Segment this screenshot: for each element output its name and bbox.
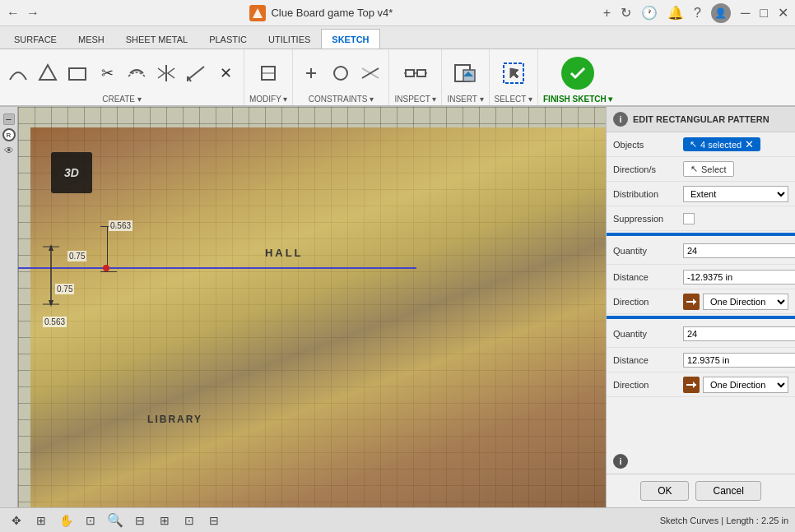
tab-sheet-metal[interactable]: SHEET METAL bbox=[115, 29, 198, 49]
cancel-button[interactable]: Cancel bbox=[695, 481, 760, 501]
tab-utilities[interactable]: UTILITIES bbox=[258, 29, 321, 49]
tool-grid[interactable]: ⊞ bbox=[31, 511, 51, 530]
clear-selection-btn[interactable]: ✕ bbox=[745, 139, 754, 150]
titlebar: ← → Clue Board game Top v4* + ↻ 🕐 🔔 ? 👤 … bbox=[0, 0, 795, 26]
logo-box: 3D bbox=[51, 152, 92, 193]
objects-selected-badge[interactable]: ↖ 4 selected ✕ bbox=[683, 137, 760, 151]
arc-tool[interactable] bbox=[5, 60, 31, 86]
rect-tool[interactable] bbox=[64, 60, 91, 86]
distance2-control bbox=[683, 353, 795, 368]
direction1-select[interactable]: One Direction Symmetric Two Directions bbox=[703, 294, 788, 310]
clock-icon: 🕐 bbox=[641, 5, 658, 21]
new-tab-btn[interactable]: + bbox=[603, 6, 611, 21]
panel-collapse-top[interactable]: ─ bbox=[3, 113, 15, 125]
ok-button[interactable]: OK bbox=[640, 481, 689, 501]
tab-plastic[interactable]: PLASTIC bbox=[198, 29, 258, 49]
tool-move[interactable]: ✥ bbox=[7, 511, 26, 530]
finish-sketch-btn[interactable] bbox=[561, 57, 594, 90]
svg-line-4 bbox=[188, 67, 204, 80]
svg-point-11 bbox=[334, 67, 347, 80]
tool-view2[interactable]: ⊞ bbox=[155, 511, 174, 530]
direction-select-btn[interactable]: ↖ Select bbox=[683, 161, 734, 177]
distance1-row: Distance bbox=[607, 265, 795, 289]
distance2-input[interactable] bbox=[683, 353, 795, 368]
dim-text-0563b: 0.563 bbox=[43, 317, 67, 327]
tab-mesh[interactable]: MESH bbox=[67, 29, 115, 49]
objects-control: ↖ 4 selected ✕ bbox=[683, 137, 788, 151]
suppression-row: Suppression bbox=[607, 206, 795, 231]
nav-forward[interactable]: → bbox=[26, 6, 40, 21]
horizontal-line bbox=[18, 267, 416, 269]
ribbon-group-modify: MODIFY ▾ bbox=[244, 49, 293, 105]
modify-icon1[interactable] bbox=[255, 60, 281, 86]
tab-surface[interactable]: SURFACE bbox=[3, 29, 67, 49]
inspect-icon[interactable] bbox=[402, 60, 429, 86]
scissors-tool[interactable]: ✂ bbox=[94, 60, 120, 86]
left-panel: ─ R 👁 bbox=[0, 107, 18, 507]
constraint-icon1[interactable] bbox=[298, 60, 324, 86]
triangle-tool[interactable] bbox=[35, 60, 61, 86]
quantity2-spinner: ▲ ▼ bbox=[683, 324, 795, 344]
distribution-control: Extent Spacing bbox=[683, 186, 788, 202]
cross-tool[interactable]: ✕ bbox=[212, 60, 239, 86]
offset-tool[interactable] bbox=[123, 60, 150, 86]
distribution-select[interactable]: Extent Spacing bbox=[683, 186, 788, 202]
create-label[interactable]: CREATE ▾ bbox=[102, 95, 142, 104]
app-icon bbox=[249, 5, 266, 21]
directions-label: Direction/s bbox=[613, 164, 683, 174]
suppression-control bbox=[683, 213, 788, 224]
quantity2-label: Quantity bbox=[613, 329, 683, 339]
tab-sketch[interactable]: SKETCH bbox=[321, 29, 379, 49]
minimize-btn[interactable]: ─ bbox=[741, 6, 750, 21]
constraints-label[interactable]: CONSTRAINTS ▾ bbox=[309, 95, 374, 104]
panel-title: EDIT RECTANGULAR PATTERN bbox=[633, 114, 769, 124]
tool-view1[interactable]: ⊟ bbox=[130, 511, 150, 530]
insert-icon[interactable] bbox=[452, 60, 478, 86]
svg-marker-1 bbox=[40, 65, 56, 80]
help-icon[interactable]: ? bbox=[694, 6, 701, 21]
direction2-label: Direction bbox=[613, 380, 683, 390]
select-label[interactable]: SELECT ▾ bbox=[495, 95, 533, 104]
canvas-area[interactable]: 0.563 0.75 0.75 0.563 3D HALL LIBRARY bbox=[18, 107, 606, 507]
constraint-icon2[interactable] bbox=[328, 60, 354, 86]
constraint-icon3[interactable] bbox=[357, 60, 384, 86]
tool-view4[interactable]: ⊟ bbox=[204, 511, 224, 530]
quantity1-spinner: ▲ ▼ bbox=[683, 241, 795, 261]
board-background bbox=[30, 127, 606, 507]
modify-label[interactable]: MODIFY ▾ bbox=[249, 95, 287, 104]
nav-back[interactable]: ← bbox=[7, 6, 20, 21]
select-icon[interactable] bbox=[500, 60, 527, 86]
quantity1-control: ▲ ▼ bbox=[683, 241, 795, 261]
dim-text-0563: 0.563 bbox=[109, 220, 132, 231]
inspect-label[interactable]: INSPECT ▾ bbox=[394, 95, 436, 104]
suppression-checkbox[interactable] bbox=[683, 213, 695, 224]
mirror-tool[interactable] bbox=[153, 60, 179, 86]
quantity2-input[interactable] bbox=[683, 326, 795, 341]
directions-control: ↖ Select bbox=[683, 161, 788, 177]
panel-icon-eye[interactable]: 👁 bbox=[4, 145, 14, 156]
refresh-btn[interactable]: ↻ bbox=[621, 5, 631, 21]
close-btn[interactable]: ✕ bbox=[778, 5, 788, 21]
line-tool[interactable] bbox=[183, 60, 209, 86]
selected-count: 4 selected bbox=[700, 140, 742, 150]
direction2-select[interactable]: One Direction Symmetric Two Directions bbox=[703, 377, 788, 393]
tool-zoom-in[interactable]: 🔍 bbox=[105, 511, 125, 530]
ribbon-group-select: SELECT ▾ bbox=[490, 49, 539, 105]
quantity1-input[interactable] bbox=[683, 243, 795, 258]
tool-view3[interactable]: ⊡ bbox=[179, 511, 199, 530]
info-icon: i bbox=[613, 454, 628, 469]
insert-label[interactable]: INSERT ▾ bbox=[447, 95, 483, 104]
direction2-separator bbox=[607, 316, 795, 319]
main-area: ─ R 👁 0.563 0.75 0.75 0.563 3D HALL LIBR… bbox=[0, 107, 795, 507]
cursor-icon: ↖ bbox=[690, 139, 697, 150]
distance1-input[interactable] bbox=[683, 270, 795, 285]
tool-zoom-box[interactable]: ⊡ bbox=[81, 511, 100, 530]
tool-pan[interactable]: ✋ bbox=[56, 511, 76, 530]
user-avatar[interactable]: 👤 bbox=[711, 3, 731, 23]
notification-icon[interactable]: 🔔 bbox=[667, 5, 684, 21]
maximize-btn[interactable]: □ bbox=[760, 6, 768, 21]
quantity1-label: Quantity bbox=[613, 246, 683, 256]
finish-sketch-label[interactable]: FINISH SKETCH ▾ bbox=[543, 95, 612, 104]
direction1-icon bbox=[683, 294, 700, 310]
distance2-label: Distance bbox=[613, 355, 683, 365]
